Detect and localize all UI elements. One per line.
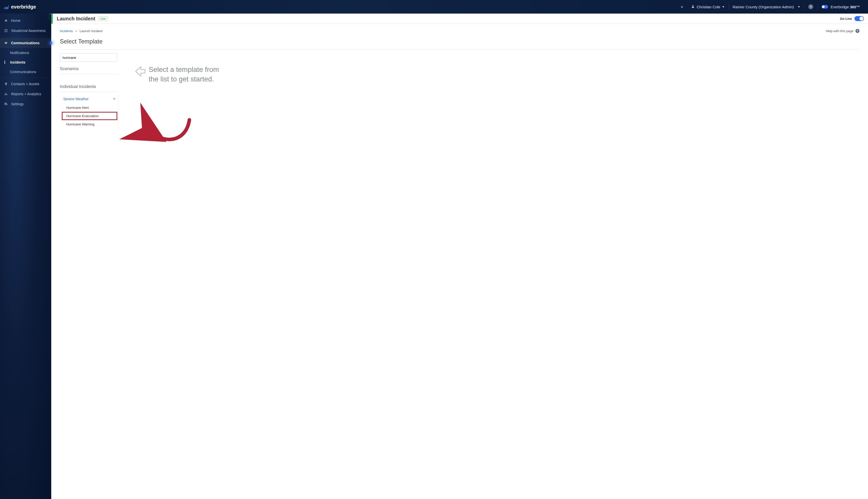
breadcrumb-row: Incidents > Launch Incident Help with th… — [60, 29, 859, 33]
org-context: Rainier County (Organization Admin) — [733, 5, 794, 9]
chart-icon — [4, 92, 8, 96]
help-icon: ? — [855, 29, 859, 33]
app-header: everbridge » Christian Cole Rainier Coun… — [0, 0, 868, 14]
sidebar-sub-label: Communications — [10, 70, 36, 74]
svg-rect-2 — [6, 93, 6, 95]
help-button[interactable]: ? — [804, 4, 817, 9]
body-area: Incidents > Launch Incident Help with th… — [51, 24, 868, 499]
org-menu[interactable]: Rainier County (Organization Admin) — [729, 5, 804, 9]
sidebar-sub-incidents[interactable]: Incidents — [0, 58, 51, 67]
svg-rect-1 — [5, 94, 5, 95]
sidebar-sub-label: Notifications — [10, 51, 29, 55]
brand-logo: everbridge — [2, 3, 36, 10]
pin-icon — [4, 82, 8, 86]
template-layout: Scenarios Individual Incidents Severe We… — [60, 50, 859, 131]
svg-rect-3 — [7, 94, 7, 95]
page-title: Select Template — [60, 38, 859, 50]
header-right: » Christian Cole Rainier County (Organiz… — [677, 3, 864, 10]
template-category-label: Severe Weather — [63, 97, 89, 101]
golive-label: Go Live — [840, 17, 852, 21]
individual-incidents-heading: Individual Incidents — [60, 84, 119, 92]
sidebar-item-label: Reports + Analytics — [11, 92, 41, 96]
sidebar-item-label: Home — [11, 19, 20, 23]
live-badge: Live — [98, 16, 108, 21]
sidebar-sub-label: Incidents — [10, 60, 25, 64]
sidebar-item-label: Situational Awareness — [11, 29, 46, 33]
template-tree: Severe Weather Hurricane Alert Hurricane… — [60, 95, 119, 131]
help-with-page[interactable]: Help with this page ? — [826, 29, 859, 33]
expand-icon[interactable]: » — [677, 4, 687, 9]
brand-swoosh-icon — [3, 3, 10, 10]
caret-down-icon — [798, 6, 800, 8]
template-search-input[interactable] — [60, 53, 117, 62]
gear-icon — [4, 102, 8, 106]
template-item[interactable]: Hurricane Warning — [62, 120, 117, 129]
megaphone-icon — [4, 41, 8, 45]
help-icon: ? — [808, 4, 813, 9]
golive-toggle[interactable] — [854, 16, 864, 21]
page-header-left: Launch Incident Live — [55, 16, 108, 22]
sidebar-item-situational-awareness[interactable]: Situational Awareness — [0, 26, 51, 36]
sidebar-sub-communications[interactable]: Communications — [0, 67, 51, 77]
sidebar-item-label: Settings — [11, 102, 24, 106]
sidebar-item-label: Communications — [11, 41, 40, 45]
template-right-column: Select a template from the list to get s… — [119, 50, 859, 84]
template-item[interactable]: Hurricane Alert — [62, 104, 117, 112]
main: « Home Situational Awareness Communicati… — [0, 14, 868, 499]
page-header-right: Go Live — [840, 16, 864, 21]
sidebar-item-reports-analytics[interactable]: Reports + Analytics — [0, 89, 51, 99]
template-item-highlighted[interactable]: Hurricane Evacuation — [62, 112, 117, 120]
page-header-title: Launch Incident — [57, 16, 95, 22]
user-name: Christian Cole — [697, 5, 720, 9]
breadcrumb: Incidents > Launch Incident — [60, 29, 103, 33]
product-toggle-area: Everbridge 360™ — [818, 5, 864, 9]
svg-point-0 — [692, 5, 693, 7]
template-left-column: Scenarios Individual Incidents Severe We… — [60, 50, 119, 131]
sidebar-item-settings[interactable]: Settings — [0, 99, 51, 109]
breadcrumb-root-link[interactable]: Incidents — [60, 29, 73, 33]
page-header: Launch Incident Live Go Live — [51, 14, 868, 24]
home-icon — [4, 19, 8, 23]
sidebar-item-label: Contacts + Assets — [11, 82, 39, 86]
placeholder-line: the list to get started. — [149, 74, 239, 84]
breadcrumb-separator: > — [75, 29, 77, 33]
product-toggle[interactable] — [821, 5, 828, 9]
placeholder-message: Select a template from the list to get s… — [149, 65, 239, 84]
caret-down-icon — [722, 6, 724, 8]
sidebar-group-communications: Communications Notifications Incidents C… — [0, 37, 51, 78]
user-menu[interactable]: Christian Cole — [687, 5, 728, 9]
placeholder-line: Select a template from — [149, 65, 239, 74]
help-with-page-label: Help with this page — [826, 29, 853, 33]
sidebar-item-contacts-assets[interactable]: Contacts + Assets — [0, 79, 51, 89]
breadcrumb-current: Launch Incident — [79, 29, 103, 33]
chevron-down-icon — [113, 97, 116, 101]
sidebar: « Home Situational Awareness Communicati… — [0, 14, 51, 499]
sidebar-item-communications[interactable]: Communications — [0, 38, 51, 48]
scenarios-heading: Scenarios — [60, 66, 119, 74]
content: Launch Incident Live Go Live Incidents >… — [51, 14, 868, 499]
template-category-severe-weather[interactable]: Severe Weather — [62, 95, 117, 104]
sidebar-item-home[interactable]: Home — [0, 15, 51, 26]
product-name: Everbridge 360™ — [831, 5, 860, 9]
brand-name: everbridge — [11, 4, 36, 10]
map-icon — [4, 29, 8, 33]
placeholder-arrow-icon — [132, 64, 146, 78]
sidebar-sub-notifications[interactable]: Notifications — [0, 48, 51, 58]
user-icon — [691, 5, 695, 9]
